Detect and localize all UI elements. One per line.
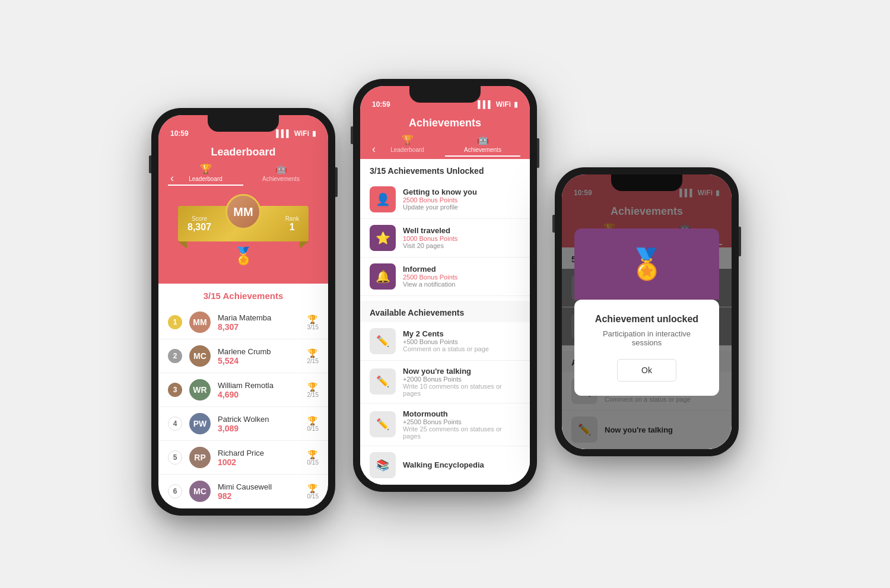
lb-name-1: Maria Matemba bbox=[218, 313, 300, 322]
ach-name-3: Informed bbox=[403, 265, 520, 274]
score-label: Score bbox=[187, 215, 211, 222]
ach-name-2: Well traveled bbox=[403, 226, 520, 235]
lb-trophy-3: 🏆 2/15 bbox=[307, 382, 319, 398]
leaderboard-tab-label: Leaderboard bbox=[189, 176, 223, 182]
lb-score-2: 5,524 bbox=[218, 356, 300, 365]
modal-achievement-icon: 🏅 bbox=[628, 247, 665, 281]
lb-name-5: Richard Price bbox=[218, 449, 300, 457]
lb-name-3: William Remotla bbox=[218, 381, 300, 390]
back-button-center[interactable]: ‹ bbox=[372, 143, 376, 155]
achievements-title-center: Achievements bbox=[370, 117, 520, 134]
phone-right: 10:59 ▌▌▌ WiFi ▮ ‹ Achievements 🏆 Leader… bbox=[555, 167, 739, 456]
battery-icon-left: ▮ bbox=[312, 129, 316, 138]
tab-leaderboard-center[interactable]: 🏆 Leaderboard bbox=[370, 134, 445, 157]
ach-desc-2: Visit 20 pages bbox=[403, 242, 520, 249]
avail-icon-3: ✏️ bbox=[370, 411, 396, 437]
ach-desc-3: View a notification bbox=[403, 281, 520, 288]
avail-name-3: Motormouth bbox=[403, 409, 520, 418]
lb-trophy-2: 🏆 2/15 bbox=[307, 348, 319, 364]
avail-item-3: ✏️ Motormouth +2500 Bonus Points Write 2… bbox=[360, 403, 530, 446]
rank-badge-2: 2 bbox=[168, 349, 182, 363]
wifi-icon-center: WiFi bbox=[496, 100, 511, 109]
lb-score-4: 3,089 bbox=[218, 424, 300, 433]
tab-leaderboard-left[interactable]: 🏆 Leaderboard bbox=[168, 163, 243, 186]
phone-center: 10:59 ▌▌▌ WiFi ▮ ‹ Achievements 🏆 Leader… bbox=[353, 79, 537, 492]
lb-info-2: Marlene Crumb 5,524 bbox=[218, 347, 300, 365]
lb-row-4: 4 PW Patrick Wolken 3,089 🏆 0/15 bbox=[158, 407, 328, 441]
leaderboard-hero: Score 8,307 Rank 1 MM 🏅 bbox=[158, 188, 328, 284]
back-button-left[interactable]: ‹ bbox=[170, 172, 174, 185]
trophy-icon: 🏅 bbox=[178, 246, 309, 266]
modal-title: Achievement unlocked bbox=[589, 314, 704, 325]
lb-row-3: 3 WR William Remotla 4,690 🏆 2/15 bbox=[158, 373, 328, 407]
lb-trophy-1: 🏆 3/15 bbox=[307, 314, 319, 330]
ach-info-1: Getting to know you 2500 Bonus Points Up… bbox=[403, 187, 520, 211]
rank-badge-5: 5 bbox=[168, 450, 182, 465]
phone-left: 10:59 ▌▌▌ WiFi ▮ ‹ Leaderboard 🏆 Leaderb… bbox=[151, 108, 335, 516]
lb-info-5: Richard Price 1002 bbox=[218, 449, 300, 467]
ach-icon-2: ⭐ bbox=[370, 225, 396, 251]
rank-badge-4: 4 bbox=[168, 417, 182, 431]
lb-avatar-5: RP bbox=[189, 447, 211, 468]
ach-points-2: 1000 Bonus Points bbox=[403, 235, 520, 242]
lb-avatar-1: MM bbox=[189, 312, 211, 333]
modal-achievement-graphic: 🏅 bbox=[574, 228, 719, 300]
scene: 10:59 ▌▌▌ WiFi ▮ ‹ Leaderboard 🏆 Leaderb… bbox=[128, 49, 762, 539]
lb-score-1: 8,307 bbox=[218, 322, 300, 332]
rank-value: 1 bbox=[285, 222, 299, 233]
hero-avatar: MM bbox=[225, 194, 261, 230]
lb-info-6: Mimi Causewell 982 bbox=[218, 482, 300, 501]
notch-left bbox=[208, 115, 279, 132]
avail-info-1: My 2 Cents +500 Bonus Points Comment on … bbox=[403, 329, 520, 352]
tab-achievements-left[interactable]: 🤖 Achievements bbox=[243, 163, 319, 186]
avail-info-2: Now you're talking +2000 Bonus Points Wr… bbox=[403, 367, 520, 397]
avail-desc-1: Comment on a status or page bbox=[403, 345, 520, 352]
avail-name-1: My 2 Cents bbox=[403, 329, 520, 338]
ach-points-3: 2500 Bonus Points bbox=[403, 274, 520, 281]
time-center: 10:59 bbox=[372, 100, 390, 109]
tab-achievements-center[interactable]: 🤖 Achievements bbox=[445, 134, 520, 157]
lb-row-5: 5 RP Richard Price 1002 🏆 0/15 bbox=[158, 441, 328, 475]
battery-icon-center: ▮ bbox=[514, 100, 518, 109]
achievements-tabs-center: 🏆 Leaderboard 🤖 Achievements bbox=[370, 134, 520, 159]
lb-row-2: 2 MC Marlene Crumb 5,524 🏆 2/15 bbox=[158, 339, 328, 373]
leaderboard-tabs: 🏆 Leaderboard 🤖 Achievements bbox=[168, 163, 319, 188]
lb-trophy-6: 🏆 0/15 bbox=[307, 484, 319, 500]
modal-ok-button[interactable]: Ok bbox=[617, 359, 676, 382]
lb-score-5: 1002 bbox=[218, 457, 300, 467]
signal-icon-center: ▌▌▌ bbox=[478, 100, 493, 109]
hero-avatar-placeholder: MM bbox=[227, 196, 259, 228]
avail-points-1: +500 Bonus Points bbox=[403, 338, 520, 345]
ach-icon-3: 🔔 bbox=[370, 263, 396, 290]
lb-avatar-2: MC bbox=[189, 345, 211, 367]
ach-info-3: Informed 2500 Bonus Points View a notifi… bbox=[403, 265, 520, 288]
ach-points-1: 2500 Bonus Points bbox=[403, 196, 520, 204]
achievements-count-left: 3/15 Achievements bbox=[158, 284, 328, 306]
ach-info-2: Well traveled 1000 Bonus Points Visit 20… bbox=[403, 226, 520, 249]
avail-icon-1: ✏️ bbox=[370, 328, 396, 354]
avail-icon-2: ✏️ bbox=[370, 368, 396, 395]
achievements-tab-label-left: Achievements bbox=[262, 176, 300, 182]
avail-name-2: Now you're talking bbox=[403, 367, 520, 376]
lb-avatar-4: PW bbox=[189, 413, 211, 434]
avail-info-3: Motormouth +2500 Bonus Points Write 25 c… bbox=[403, 409, 520, 440]
achievements-tab-icon-left: 🤖 bbox=[275, 163, 287, 174]
leaderboard-tab-icon: 🏆 bbox=[200, 163, 212, 174]
lb-trophy-4: 🏆 0/15 bbox=[307, 416, 319, 432]
avail-name-4: Walking Encyclopedia bbox=[403, 460, 520, 469]
avail-points-2: +2000 Bonus Points bbox=[403, 376, 520, 383]
lb-avatar-3: WR bbox=[189, 379, 211, 401]
leaderboard-header: ‹ Leaderboard 🏆 Leaderboard 🤖 Achievemen… bbox=[158, 141, 328, 188]
lb-info-3: William Remotla 4,690 bbox=[218, 381, 300, 399]
rank-badge-3: 3 bbox=[168, 383, 182, 397]
ach-item-3: 🔔 Informed 2500 Bonus Points View a noti… bbox=[360, 258, 530, 296]
lb-avatar-6: MC bbox=[189, 481, 211, 502]
rank-badge-6: 6 bbox=[168, 484, 182, 498]
unlocked-title-center: 3/15 Achievements Unlocked bbox=[360, 159, 530, 180]
lb-info-1: Maria Matemba 8,307 bbox=[218, 313, 300, 332]
ach-item-2: ⭐ Well traveled 1000 Bonus Points Visit … bbox=[360, 219, 530, 258]
achievements-content-center: 3/15 Achievements Unlocked 👤 Getting to … bbox=[360, 159, 530, 485]
lb-row-1: 1 MM Maria Matemba 8,307 🏆 3/15 bbox=[158, 306, 328, 339]
leaderboard-list: 1 MM Maria Matemba 8,307 🏆 3/15 2 bbox=[158, 306, 328, 508]
achievement-unlocked-modal: Achievement unlocked Participation in in… bbox=[574, 300, 719, 396]
